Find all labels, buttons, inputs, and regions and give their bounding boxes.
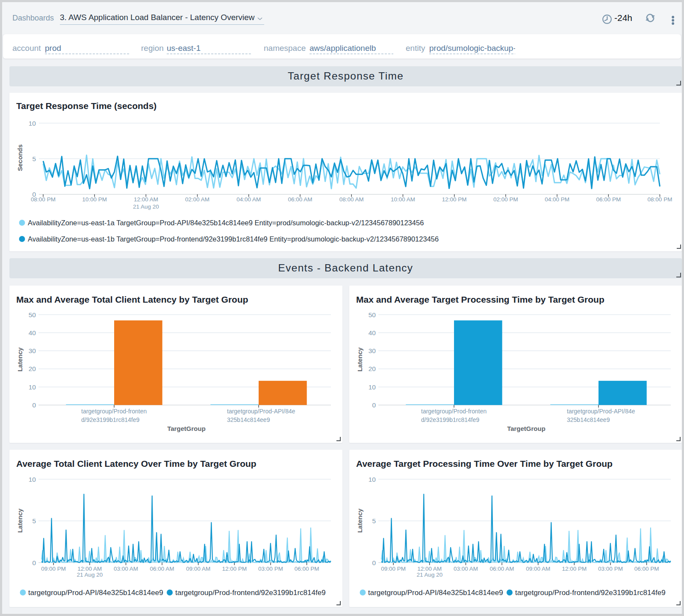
svg-text:10: 10 (29, 383, 36, 391)
svg-text:12:00 AM: 12:00 AM (77, 566, 102, 572)
svg-text:09:00 AM: 09:00 AM (186, 566, 210, 572)
svg-text:06:00 AM: 06:00 AM (150, 566, 174, 572)
svg-text:02:00 AM: 02:00 AM (185, 196, 209, 203)
svg-text:AvailabilityZone=us-east-1a Ta: AvailabilityZone=us-east-1a TargetGroup=… (28, 219, 424, 227)
svg-text:Seconds: Seconds (16, 144, 24, 171)
svg-text:20: 20 (29, 365, 36, 372)
svg-text:03:00 AM: 03:00 AM (114, 566, 138, 572)
svg-text:08:00 AM: 08:00 AM (339, 196, 364, 203)
svg-text:06:00 PM: 06:00 PM (295, 566, 319, 572)
svg-text:10:00 AM: 10:00 AM (391, 196, 415, 203)
svg-text:50: 50 (369, 311, 376, 318)
svg-text:40: 40 (369, 329, 376, 336)
svg-text:0: 0 (372, 401, 376, 409)
svg-text:Latency: Latency (356, 347, 363, 371)
svg-text:Max and Average Target Process: Max and Average Target Processing Time b… (356, 295, 604, 304)
svg-text:targetgroup/Prod-API/84e325b14: targetgroup/Prod-API/84e325b14c814ee9 (368, 589, 503, 597)
svg-text:0: 0 (32, 401, 36, 409)
svg-text:12:00 AM: 12:00 AM (417, 566, 442, 572)
svg-text:0: 0 (32, 559, 36, 566)
svg-text:10: 10 (29, 120, 36, 127)
svg-text:TargetGroup: TargetGroup (507, 425, 545, 432)
svg-text:06:00 PM: 06:00 PM (596, 196, 621, 203)
svg-text:09:00 AM: 09:00 AM (526, 566, 550, 572)
svg-text:09:00 PM: 09:00 PM (41, 566, 66, 572)
svg-text:Average Total Client Latency O: Average Total Client Latency Over Time b… (16, 459, 256, 469)
svg-text:targetgroup/Prod-frontend/92e3: targetgroup/Prod-frontend/92e3199b1rc814… (175, 589, 326, 597)
svg-text:Latency: Latency (356, 508, 363, 533)
svg-text:325b14c814ee9: 325b14c814ee9 (567, 416, 610, 423)
svg-text:12:00 PM: 12:00 PM (562, 566, 587, 572)
svg-text:03:00 PM: 03:00 PM (258, 566, 283, 572)
svg-text:12:00 AM: 12:00 AM (134, 196, 158, 203)
svg-text:d/92e3199b1rc814fe9: d/92e3199b1rc814fe9 (421, 416, 479, 423)
svg-text:21 Aug 20: 21 Aug 20 (77, 572, 103, 578)
svg-text:10: 10 (29, 476, 36, 483)
svg-text:targetgroup/Prod-API/84e: targetgroup/Prod-API/84e (227, 408, 295, 415)
svg-text:09:00 PM: 09:00 PM (381, 566, 406, 572)
svg-text:20: 20 (369, 365, 376, 372)
svg-text:Max and Average Total Client L: Max and Average Total Client Latency by … (16, 295, 248, 304)
svg-text:targetgroup/Prod-frontend/92e3: targetgroup/Prod-frontend/92e3199b1rc814… (515, 589, 666, 597)
svg-text:targetgroup/Prod-fronten: targetgroup/Prod-fronten (421, 408, 486, 415)
svg-text:targetgroup/Prod-fronten: targetgroup/Prod-fronten (81, 408, 147, 415)
svg-text:12:00 PM: 12:00 PM (222, 566, 247, 572)
svg-text:0: 0 (372, 559, 376, 566)
svg-text:21 Aug 20: 21 Aug 20 (133, 203, 159, 210)
svg-text:40: 40 (29, 329, 36, 336)
svg-text:12:00 PM: 12:00 PM (442, 196, 467, 203)
svg-text:325b14c814ee9: 325b14c814ee9 (227, 416, 270, 423)
svg-text:d/92e3199b1rc814fe9: d/92e3199b1rc814fe9 (81, 416, 139, 423)
svg-text:04:00 PM: 04:00 PM (545, 196, 569, 203)
svg-text:21 Aug 20: 21 Aug 20 (416, 572, 442, 578)
svg-text:03:00 PM: 03:00 PM (598, 566, 623, 572)
svg-text:10: 10 (369, 383, 376, 391)
svg-text:08:00 PM: 08:00 PM (31, 196, 56, 203)
svg-text:5: 5 (372, 517, 376, 525)
svg-text:06:00 PM: 06:00 PM (634, 566, 659, 572)
svg-text:30: 30 (369, 347, 376, 354)
svg-text:30: 30 (29, 347, 36, 354)
svg-text:TargetGroup: TargetGroup (167, 425, 206, 432)
svg-text:04:00 AM: 04:00 AM (236, 196, 261, 203)
svg-text:08:00 PM: 08:00 PM (648, 196, 672, 203)
svg-text:Target Response Time (seconds): Target Response Time (seconds) (16, 101, 156, 111)
svg-text:AvailabilityZone=us-east-1b Ta: AvailabilityZone=us-east-1b TargetGroup=… (28, 235, 439, 243)
svg-text:10: 10 (369, 476, 376, 483)
svg-text:Average Target Processing Time: Average Target Processing Time Over Time… (356, 459, 613, 469)
svg-text:Latency: Latency (16, 347, 24, 371)
svg-text:5: 5 (32, 155, 36, 162)
svg-text:Latency: Latency (16, 508, 24, 533)
svg-text:5: 5 (32, 517, 36, 525)
svg-text:02:00 PM: 02:00 PM (493, 196, 518, 203)
svg-text:06:00 AM: 06:00 AM (490, 566, 514, 572)
svg-text:06:00 AM: 06:00 AM (288, 196, 312, 203)
svg-text:50: 50 (29, 311, 36, 318)
svg-text:targetgroup/Prod-API/84e: targetgroup/Prod-API/84e (567, 408, 635, 415)
svg-text:03:00 AM: 03:00 AM (454, 566, 478, 572)
svg-text:10:00 PM: 10:00 PM (82, 196, 107, 203)
svg-text:targetgroup/Prod-API/84e325b14: targetgroup/Prod-API/84e325b14c814ee9 (28, 589, 163, 597)
